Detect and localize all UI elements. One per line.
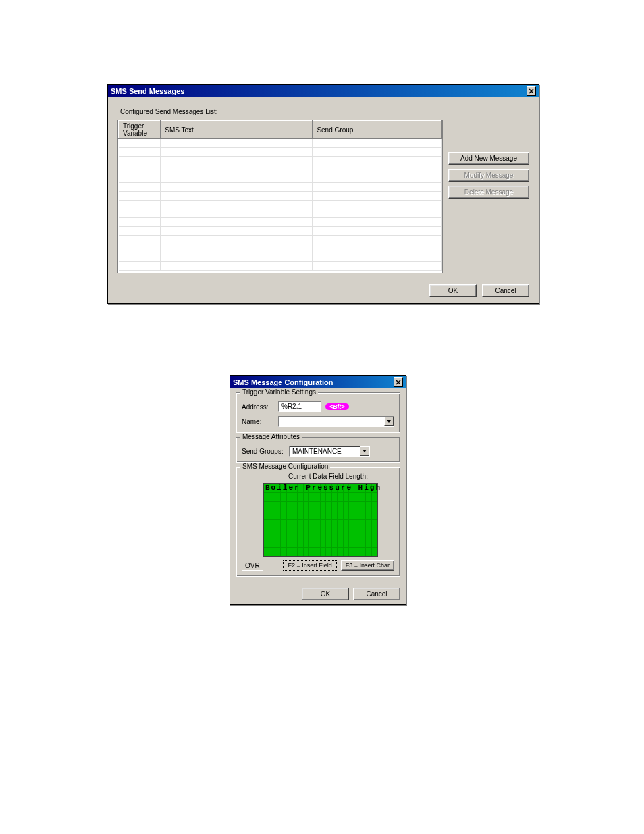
dialog1-title: SMS Send Messages (111, 87, 184, 95)
ok-button[interactable]: OK (429, 284, 477, 297)
sms-message-configuration-group: SMS Message Configuration Current Data F… (236, 467, 400, 577)
address-input[interactable]: %R2.1 (278, 401, 321, 412)
send-groups-value: MAINTENANCE (292, 448, 342, 455)
ok-button[interactable]: OK (302, 588, 349, 600)
table-row[interactable] (119, 218, 442, 227)
trigger-variable-settings-group: Trigger Variable Settings Address: %R2.1… (236, 392, 400, 433)
f3-insert-char-button[interactable]: F3 = Insert Char (341, 560, 394, 571)
send-groups-select[interactable]: MAINTENANCE (289, 446, 370, 457)
table-row[interactable] (119, 227, 442, 236)
name-select[interactable] (278, 416, 394, 427)
table-row[interactable] (119, 244, 442, 253)
configured-list-label: Configured Send Messages List: (120, 108, 527, 115)
add-new-message-button[interactable]: Add New Message (448, 152, 529, 165)
message-attributes-group: Message Attributes Send Groups: MAINTENA… (236, 437, 400, 463)
sms-message-configuration-legend: SMS Message Configuration (240, 463, 330, 470)
col-sms-text[interactable]: SMS Text (161, 121, 313, 139)
chevron-down-icon[interactable] (360, 446, 369, 456)
dialog1-titlebar[interactable]: SMS Send Messages (108, 85, 539, 97)
table-row[interactable] (119, 157, 442, 165)
cancel-button[interactable]: Cancel (353, 588, 400, 600)
modify-message-button[interactable]: Modify Message (448, 169, 529, 182)
current-data-field-length-label: Current Data Field Length: (262, 473, 394, 480)
sms-send-messages-dialog: SMS Send Messages Configured Send Messag… (107, 84, 539, 304)
table-row[interactable] (119, 174, 442, 183)
message-attributes-legend: Message Attributes (240, 433, 302, 440)
dialog2-title: SMS Message Configuration (233, 378, 333, 386)
messages-table[interactable]: Trigger Variable SMS Text Send Group (117, 120, 443, 273)
ovr-indicator: OVR (242, 561, 263, 571)
sms-message-configuration-dialog: SMS Message Configuration Trigger Variab… (230, 375, 406, 605)
dialog2-titlebar[interactable]: SMS Message Configuration (230, 376, 406, 388)
trigger-variable-settings-legend: Trigger Variable Settings (240, 388, 318, 396)
chevron-down-icon[interactable] (384, 417, 394, 426)
send-groups-label: Send Groups: (242, 448, 285, 455)
table-row[interactable] (119, 262, 442, 271)
col-send-group[interactable]: Send Group (313, 121, 371, 139)
table-row[interactable] (119, 201, 442, 209)
table-row[interactable] (119, 148, 442, 157)
col-trigger-variable[interactable]: Trigger Variable (119, 121, 161, 139)
table-row[interactable] (119, 165, 442, 174)
cancel-button[interactable]: Cancel (482, 284, 529, 297)
bit-type-indicator: <Bit> (325, 403, 349, 410)
close-icon[interactable] (394, 377, 403, 387)
table-row[interactable] (119, 209, 442, 218)
close-icon[interactable] (527, 86, 536, 96)
col-extra[interactable] (371, 121, 441, 139)
table-row[interactable] (119, 236, 442, 244)
table-row[interactable] (119, 183, 442, 192)
message-text-content: Boiler Pressure High (265, 484, 381, 492)
delete-message-button[interactable]: Delete Message (448, 186, 529, 199)
page-divider (54, 41, 590, 41)
table-row[interactable] (119, 192, 442, 201)
address-label: Address: (242, 403, 274, 411)
message-text-editor[interactable]: Boiler Pressure High (263, 483, 378, 557)
table-row[interactable] (119, 139, 442, 148)
f2-insert-field-button[interactable]: F2 = Insert Field (283, 560, 336, 571)
table-row[interactable] (119, 253, 442, 262)
name-label: Name: (242, 418, 274, 425)
